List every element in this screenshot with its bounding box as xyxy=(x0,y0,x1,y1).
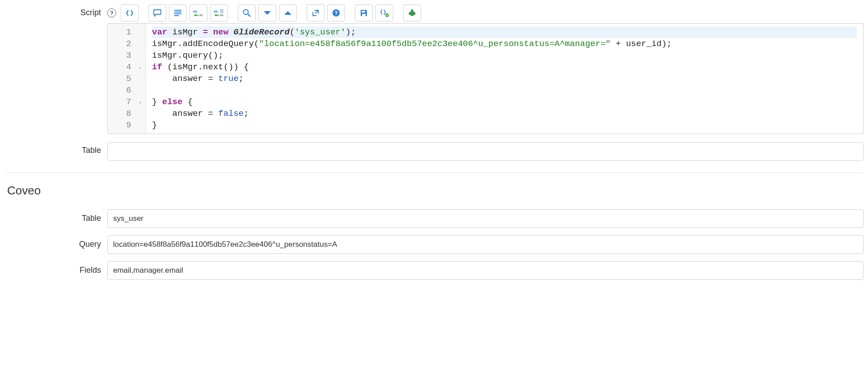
gutter-line: 5 xyxy=(126,73,142,84)
code-line[interactable]: isMgr.addEncodeQuery("location=e458f8a56… xyxy=(152,38,857,50)
debug-button[interactable] xyxy=(403,4,421,21)
svg-text:ab: ab xyxy=(193,9,197,13)
code-line[interactable]: answer = false; xyxy=(152,108,857,119)
coveo-fields-input[interactable] xyxy=(107,261,864,280)
coveo-fields-label: Fields xyxy=(4,261,107,275)
comment-icon xyxy=(153,9,162,17)
chevron-down-icon xyxy=(263,10,272,16)
script-editor[interactable]: 1 2 3 4 ▾5 6 7 ▾8 9 var isMgr = new Glid… xyxy=(107,23,864,134)
svg-point-10 xyxy=(411,9,413,12)
code-line[interactable]: isMgr.query(); xyxy=(152,50,857,61)
save-button[interactable] xyxy=(355,4,373,21)
table-upper-input[interactable] xyxy=(107,142,864,161)
coveo-section-heading: Coveo xyxy=(4,173,864,209)
svg-point-4 xyxy=(244,10,249,15)
editor-code[interactable]: var isMgr = new GlideRecord('sys_user');… xyxy=(146,24,863,134)
gutter-line: 2 xyxy=(126,38,142,50)
code-line[interactable]: var isMgr = new GlideRecord('sys_user'); xyxy=(152,26,857,38)
chevron-up-icon xyxy=(283,10,292,16)
editor-gutter: 1 2 3 4 ▾5 6 7 ▾8 9 xyxy=(108,24,146,134)
table-upper-label: Table xyxy=(4,142,107,155)
lines-button[interactable] xyxy=(169,4,187,21)
debug-icon xyxy=(408,8,417,17)
find-prev-button[interactable] xyxy=(279,4,297,21)
gutter-line: 8 xyxy=(126,108,142,119)
code-line[interactable]: } else { xyxy=(152,96,857,108)
help-doc-icon: ? xyxy=(332,8,341,17)
popout-icon xyxy=(312,9,320,17)
format-code-button[interactable] xyxy=(121,4,139,21)
code-line[interactable] xyxy=(152,84,857,96)
syntax-check-icon xyxy=(379,8,389,17)
popout-button[interactable] xyxy=(307,4,324,21)
script-label: Script xyxy=(4,4,107,17)
svg-text:ab: ab xyxy=(214,9,218,13)
save-icon xyxy=(360,9,368,17)
replace-icon: abac xyxy=(193,9,204,17)
gutter-line: 1 xyxy=(126,26,142,38)
svg-rect-7 xyxy=(362,14,366,16)
syntax-check-button[interactable] xyxy=(375,4,393,21)
svg-text:ac: ac xyxy=(199,13,203,17)
find-next-button[interactable] xyxy=(258,4,276,21)
format-code-icon xyxy=(125,8,134,17)
coveo-table-input[interactable] xyxy=(107,209,864,228)
gutter-line: 3 xyxy=(126,50,142,61)
lines-icon xyxy=(173,9,182,17)
gutter-line: 9 xyxy=(126,119,142,131)
replace-all-button[interactable]: abac xyxy=(210,4,228,21)
code-line[interactable]: if (isMgr.next()) { xyxy=(152,61,857,73)
gutter-line: 4 ▾ xyxy=(126,61,142,73)
search-icon xyxy=(242,8,251,17)
gutter-line: 7 ▾ xyxy=(126,96,142,108)
coveo-table-label: Table xyxy=(4,209,107,223)
comment-button[interactable] xyxy=(148,4,166,21)
replace-button[interactable]: abac xyxy=(190,4,207,21)
coveo-query-input[interactable] xyxy=(107,235,864,254)
coveo-query-label: Query xyxy=(4,235,107,249)
svg-text:ac: ac xyxy=(220,13,223,17)
code-line[interactable]: answer = true; xyxy=(152,73,857,84)
gutter-line: 6 xyxy=(126,84,142,96)
help-doc-button[interactable]: ? xyxy=(327,4,345,21)
search-button[interactable] xyxy=(238,4,256,21)
svg-text:?: ? xyxy=(334,10,338,17)
code-line[interactable]: } xyxy=(152,119,857,131)
script-toolbar: ? abac abac xyxy=(107,4,864,21)
help-icon[interactable]: ? xyxy=(107,8,116,17)
replace-all-icon: abac xyxy=(214,9,224,17)
